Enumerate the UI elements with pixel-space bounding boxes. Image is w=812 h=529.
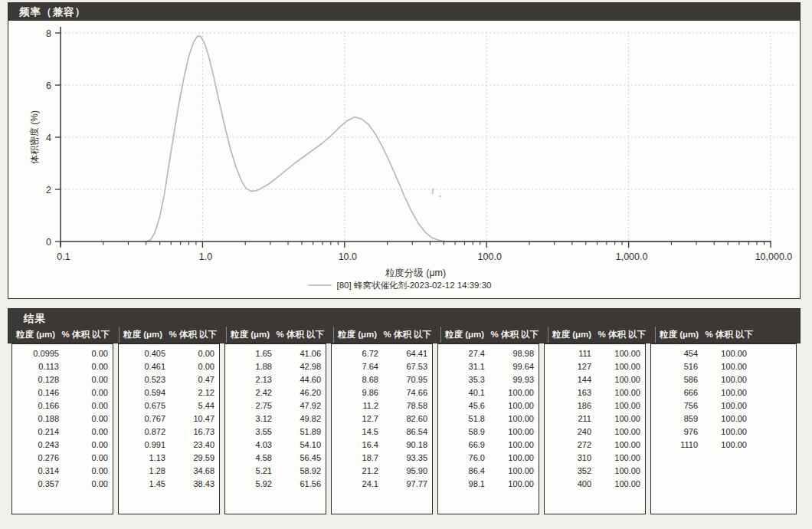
- size-value: 76.0: [440, 452, 485, 465]
- pct-below-value: 100.00: [698, 412, 747, 426]
- size-value: 0.276: [15, 452, 59, 465]
- size-value: 454: [653, 347, 698, 360]
- results-column-headers: 粒度 (μm)% 体积 以下粒度 (μm)% 体积 以下粒度 (μm)% 体积 …: [8, 327, 800, 343]
- col-header-pct-label: % 体积 以下: [490, 329, 539, 340]
- pct-below-value: 0.00: [59, 452, 108, 465]
- size-value: 4.03: [228, 439, 272, 452]
- legend-label: [80] 蜂窝状催化剂-2023-02-12 14:39:30: [337, 281, 492, 290]
- results-column-group: 27.498.9831.199.6435.399.9340.1100.0045.…: [437, 343, 539, 514]
- result-row: 0.2760.00: [12, 452, 113, 465]
- result-row: 14.586.54: [332, 426, 432, 439]
- pct-below-value: 49.82: [272, 412, 321, 426]
- pct-below-value: 100.00: [591, 465, 640, 478]
- size-value: 98.1: [440, 478, 485, 491]
- axes: [61, 27, 771, 246]
- col-header-pct-label: % 体积 以下: [383, 329, 431, 340]
- size-value: 400: [547, 478, 591, 491]
- result-row: 24.197.77: [332, 478, 432, 491]
- size-value: 0.214: [15, 426, 59, 439]
- y-axis-title: 体积密度 (%): [29, 110, 40, 164]
- size-value: 0.675: [121, 399, 165, 412]
- pct-below-value: 100.00: [591, 426, 640, 439]
- x-tick-label: 10,000.0: [755, 251, 793, 262]
- pct-below-value: 2.12: [165, 386, 214, 399]
- pct-below-value: 100.00: [591, 478, 640, 491]
- size-value: 16.4: [334, 439, 378, 452]
- tick-labels: 024680.11.010.0100.01,000.010,000.0: [46, 28, 792, 263]
- result-row: 0.1880.00: [12, 412, 113, 426]
- pct-below-value: 98.98: [485, 347, 534, 360]
- result-row: 9.8674.66: [332, 386, 432, 399]
- pct-below-value: 90.18: [378, 439, 427, 452]
- size-value: 516: [653, 360, 698, 373]
- pct-below-value: 99.93: [485, 373, 534, 386]
- results-panel: 结果 粒度 (μm)% 体积 以下粒度 (μm)% 体积 以下粒度 (μm)% …: [8, 308, 801, 513]
- size-value: 66.9: [440, 439, 485, 452]
- result-row: 0.99123.40: [119, 439, 219, 452]
- pct-below-value: 0.00: [59, 478, 108, 491]
- size-value: 35.3: [440, 373, 485, 386]
- result-row: 352100.00: [545, 465, 645, 478]
- chart-panel-titlebar: 频率（兼容）: [8, 3, 800, 21]
- pct-below-value: 0.47: [165, 373, 214, 386]
- pct-below-value: 100.00: [698, 360, 747, 373]
- pct-below-value: 100.00: [591, 347, 640, 360]
- results-col-header: 粒度 (μm)% 体积 以下: [548, 327, 650, 343]
- pct-below-value: 93.35: [378, 452, 427, 465]
- result-row: 51.8100.00: [438, 412, 539, 426]
- result-row: 31.199.64: [438, 360, 539, 373]
- pct-below-value: 54.10: [272, 439, 321, 452]
- size-value: 2.75: [228, 399, 272, 412]
- result-row: 1110100.00: [651, 439, 796, 452]
- pct-below-value: 34.68: [165, 465, 214, 478]
- size-value: 0.128: [15, 373, 59, 386]
- results-column-group: 0.4050.000.4610.000.5230.470.5942.120.67…: [118, 343, 220, 514]
- result-row: 8.6870.95: [332, 373, 432, 386]
- result-row: 211100.00: [545, 412, 645, 426]
- size-value: 1.13: [121, 452, 165, 465]
- size-value: 666: [653, 386, 698, 399]
- size-value: 0.767: [121, 412, 165, 426]
- y-tick-label: 6: [46, 80, 51, 91]
- size-value: 211: [547, 412, 591, 426]
- pct-below-value: 100.00: [485, 399, 534, 412]
- pct-below-value: 23.40: [165, 439, 214, 452]
- result-row: 144100.00: [545, 373, 645, 386]
- result-row: 186100.00: [545, 399, 645, 412]
- pct-below-value: 0.00: [59, 373, 108, 386]
- x-tick-label: 1.0: [199, 251, 212, 262]
- result-row: 0.1280.00: [12, 373, 113, 386]
- size-value: 5.92: [228, 478, 272, 491]
- col-header-size-label: 粒度 (μm): [445, 329, 484, 340]
- result-row: 1.8842.98: [225, 360, 326, 373]
- pct-below-value: 100.00: [485, 439, 534, 452]
- pct-below-value: 41.06: [272, 347, 321, 360]
- pct-below-value: 16.73: [165, 426, 214, 439]
- x-tick-label: 1,000.0: [616, 251, 648, 262]
- result-row: 0.5942.12: [119, 386, 219, 399]
- pct-below-value: 0.00: [59, 439, 108, 452]
- result-row: 163100.00: [545, 386, 645, 399]
- result-row: 58.9100.00: [438, 426, 539, 439]
- pct-below-value: 86.54: [378, 426, 427, 439]
- size-value: 0.314: [15, 465, 59, 478]
- pct-below-value: 100.00: [698, 386, 747, 399]
- pct-below-value: 100.00: [698, 439, 747, 452]
- size-value: 18.7: [334, 452, 378, 465]
- size-value: 8.68: [334, 373, 378, 386]
- pct-below-value: 82.60: [378, 412, 427, 426]
- pct-below-value: 100.00: [698, 347, 747, 360]
- size-value: 352: [547, 465, 591, 478]
- result-row: 400100.00: [545, 478, 645, 491]
- result-row: 35.399.93: [438, 373, 539, 386]
- result-row: 0.3570.00: [12, 478, 113, 491]
- col-header-pct-label: % 体积 以下: [276, 329, 324, 340]
- results-title: 结果: [8, 309, 800, 327]
- result-row: 756100.00: [651, 399, 796, 412]
- result-row: 18.793.35: [332, 452, 432, 465]
- result-row: 21.295.90: [332, 465, 432, 478]
- result-row: 0.1130.00: [12, 360, 113, 373]
- size-value: 186: [547, 399, 591, 412]
- pct-below-value: 100.00: [591, 373, 640, 386]
- col-header-size-label: 粒度 (μm): [123, 329, 162, 340]
